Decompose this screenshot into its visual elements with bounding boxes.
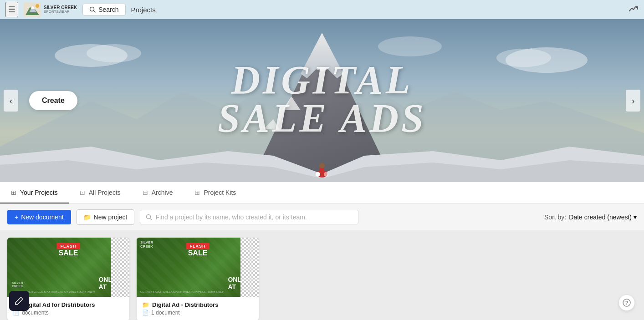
search-icon xyxy=(89,6,96,13)
tab-all-projects-icon: ⊡ xyxy=(80,189,85,196)
folder-icon: 📁 xyxy=(83,213,91,221)
hero-dot-1[interactable] xyxy=(316,172,320,177)
project-thumbnail: FLASH SALE GET ANY SILVER CREEK SPORTSWE… xyxy=(137,238,259,297)
tab-your-projects[interactable]: ⊞ Your Projects xyxy=(0,182,69,203)
project-name: 📁 Digital Ad - Distributors xyxy=(142,301,253,308)
projects-breadcrumb: Projects xyxy=(131,6,156,14)
hero-dot-2[interactable] xyxy=(324,172,328,177)
new-project-button[interactable]: 📁 New project xyxy=(77,209,134,225)
project-search-placeholder: Find a project by its name, who created … xyxy=(156,213,307,221)
flash-only-text: SILVERCREEK xyxy=(12,281,23,288)
project-thumbnail: FLASH SALE SILVERCREEK GET ANY SILVER CR… xyxy=(7,238,129,297)
tab-your-projects-icon: ⊞ xyxy=(11,189,16,196)
project-doc-count: 📄 1 document xyxy=(142,310,253,316)
new-document-button[interactable]: + New document xyxy=(7,210,71,224)
hamburger-icon: ☰ xyxy=(8,5,15,14)
hamburger-menu-button[interactable]: ☰ xyxy=(5,2,18,17)
tab-all-projects[interactable]: ⊡ All Projects xyxy=(69,182,132,203)
tabs-bar: ⊞ Your Projects ⊡ All Projects ⊟ Archive… xyxy=(0,182,644,204)
logo[interactable]: SILVER CREEK SPORTSWEAR xyxy=(24,2,77,17)
hero-prev-button[interactable]: ‹ xyxy=(4,90,18,112)
project-card[interactable]: FLASH SALE GET ANY SILVER CREEK SPORTSWE… xyxy=(137,238,259,320)
tab-project-kits-icon: ⊞ xyxy=(194,189,200,196)
tab-all-projects-label: All Projects xyxy=(89,189,121,196)
sort-chevron-icon: ▾ xyxy=(634,213,637,221)
analytics-button[interactable] xyxy=(629,4,639,16)
tab-archive-label: Archive xyxy=(152,189,173,196)
sort-value-button[interactable]: Date created (newest) ▾ xyxy=(569,213,637,221)
doc-icon: 📄 xyxy=(142,310,149,316)
tab-your-projects-label: Your Projects xyxy=(20,189,58,196)
edit-fab-button[interactable] xyxy=(9,291,29,311)
project-search-field[interactable]: Find a project by its name, who created … xyxy=(140,210,358,224)
help-icon: ? xyxy=(623,299,631,307)
svg-point-23 xyxy=(378,36,442,56)
projects-toolbar: + New document 📁 New project Find a proj… xyxy=(0,204,644,230)
search-icon xyxy=(146,214,152,220)
search-button[interactable]: Search xyxy=(82,4,125,15)
search-label: Search xyxy=(98,6,118,13)
create-button[interactable]: Create xyxy=(29,91,77,110)
svg-line-25 xyxy=(150,218,152,220)
navbar: ☰ SILVER CREEK SPORTSWEAR Search Project… xyxy=(0,0,644,19)
tab-project-kits[interactable]: ⊞ Project Kits xyxy=(184,182,247,203)
hero-mountain xyxy=(0,19,644,182)
tab-archive-icon: ⊟ xyxy=(143,189,148,196)
help-button[interactable]: ? xyxy=(618,295,635,311)
project-info: 📁 Digital Ad - Distributors 📄 1 document xyxy=(137,297,259,320)
hero-banner: DIGITAL SALE ADS Create ‹ › xyxy=(0,19,644,182)
new-project-label: New project xyxy=(94,213,128,221)
sort-current-value: Date created (newest) xyxy=(569,213,632,221)
svg-point-22 xyxy=(496,49,551,67)
analytics-icon xyxy=(629,4,639,14)
sort-area: Sort by: Date created (newest) ▾ xyxy=(544,213,637,221)
hero-carousel-dots xyxy=(316,172,328,177)
project-doc-count: 📄 documents xyxy=(13,310,124,316)
svg-line-7 xyxy=(94,11,96,13)
edit-icon xyxy=(15,296,24,305)
logo-icon xyxy=(24,2,41,17)
hero-next-button[interactable]: › xyxy=(626,90,640,112)
new-doc-plus-icon: + xyxy=(15,213,18,221)
sort-label: Sort by: xyxy=(544,213,566,221)
svg-point-20 xyxy=(87,44,141,62)
new-doc-label: New document xyxy=(21,213,63,221)
svg-text:?: ? xyxy=(625,300,629,305)
nav-right-actions xyxy=(629,4,639,16)
project-folder-icon: 📁 xyxy=(142,301,149,308)
tab-archive[interactable]: ⊟ Archive xyxy=(132,182,184,203)
svg-point-18 xyxy=(319,163,325,168)
logo-text: SILVER CREEK SPORTSWEAR xyxy=(44,5,77,14)
projects-grid: FLASH SALE SILVERCREEK GET ANY SILVER CR… xyxy=(0,230,644,320)
project-name: 📁 Digital Ad for Distributors xyxy=(13,301,124,308)
tab-project-kits-label: Project Kits xyxy=(204,189,236,196)
svg-point-5 xyxy=(36,4,39,8)
